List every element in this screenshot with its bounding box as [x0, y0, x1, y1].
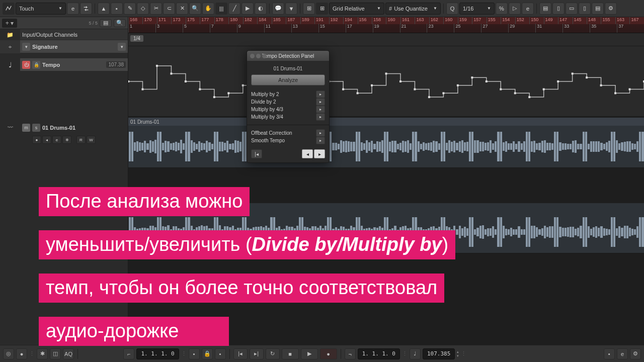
edit2-icon[interactable]: e: [522, 3, 534, 15]
status-aq-button[interactable]: AQ: [63, 348, 74, 359]
w-button[interactable]: W: [87, 136, 96, 144]
record-button[interactable]: ●: [32, 136, 41, 144]
apply-icon[interactable]: ▸: [316, 98, 325, 106]
warp-tool-icon[interactable]: |||: [215, 3, 227, 15]
punch-in-icon[interactable]: ▪: [189, 348, 200, 359]
rewind-button[interactable]: |◂: [233, 348, 248, 359]
status-marker-icon[interactable]: ✱: [37, 348, 48, 359]
rewind-start-button[interactable]: |◂: [251, 149, 262, 158]
quantize-apply-icon[interactable]: Q: [446, 3, 458, 15]
automation-mode-dropdown[interactable]: Touch▼: [16, 3, 66, 15]
edit-icon[interactable]: e: [67, 3, 79, 15]
grid-icon[interactable]: ⊞: [316, 3, 328, 15]
signature-lane[interactable]: 1/4: [128, 33, 644, 46]
quantize-mode-dropdown[interactable]: #Use Quantize▼: [385, 3, 441, 15]
add-track-button[interactable]: + ▾: [2, 19, 17, 28]
zoom-tool-icon[interactable]: 🔍: [189, 3, 201, 15]
hand-tool-icon[interactable]: ✋: [202, 3, 214, 15]
layout5-icon[interactable]: ▤: [592, 3, 604, 15]
panel-op-row[interactable]: Multiply by 4/3▸: [251, 106, 325, 113]
locator-r-icon[interactable]: ¬: [345, 348, 356, 359]
drums-track-row[interactable]: m s 01 Drums-01 ● ◂ e ❄ R W: [20, 122, 128, 147]
panel-op-row[interactable]: Divide by 2▸: [251, 98, 325, 106]
snap-toggle-icon[interactable]: ⊞: [303, 3, 315, 15]
left-locator-display[interactable]: 1. 1. 1. 0: [136, 348, 179, 359]
signature-track-row[interactable]: ▾ Signature ▾: [20, 40, 128, 53]
mute-button[interactable]: m: [22, 124, 30, 132]
minimize-icon[interactable]: [256, 54, 261, 58]
apply-icon[interactable]: ▸: [316, 113, 325, 121]
tempo-note-icon[interactable]: ♩: [410, 348, 421, 359]
audio-clip-1[interactable]: 01 Drums-01: [128, 118, 644, 167]
tempo-track-row[interactable]: ⏻ 🔒 Tempo 107.38: [20, 58, 128, 71]
tempo-lane[interactable]: [128, 46, 644, 117]
folder-icon[interactable]: 📁: [0, 29, 20, 40]
status-r2-icon[interactable]: e: [617, 348, 628, 359]
range-tool-icon[interactable]: ▪: [111, 3, 123, 15]
comment-icon[interactable]: 💬: [272, 3, 284, 15]
power-icon[interactable]: ⏻: [22, 61, 30, 69]
status-r1-icon[interactable]: ▪: [604, 348, 615, 359]
note-icon[interactable]: ♩: [0, 58, 20, 71]
next-button[interactable]: ▸: [314, 149, 325, 158]
position-display[interactable]: 1. 1. 1. 0: [358, 348, 400, 359]
panel-extra-row[interactable]: Smooth Tempo▸: [251, 137, 325, 144]
arrow-tool-icon[interactable]: ▲: [98, 3, 110, 15]
quantize-value-dropdown[interactable]: 1/16▼: [459, 3, 495, 15]
search-tracks-icon[interactable]: 🔍: [114, 19, 126, 27]
line-tool-icon[interactable]: ╱: [228, 3, 240, 15]
record-button[interactable]: ●: [320, 348, 337, 359]
layout1-icon[interactable]: ▤: [539, 3, 551, 15]
layout2-icon[interactable]: ▯: [552, 3, 565, 15]
layout3-icon[interactable]: ▭: [566, 3, 578, 15]
play-tool-icon[interactable]: ▶: [242, 3, 254, 15]
layout4-icon[interactable]: ▯: [579, 3, 591, 15]
locator-l-icon[interactable]: ⌐: [123, 348, 134, 359]
panel-op-row[interactable]: Multiply by 2▸: [251, 90, 325, 98]
erase-tool-icon[interactable]: ◇: [137, 3, 149, 15]
dropdown-small[interactable]: ▼: [285, 3, 297, 15]
stop-button[interactable]: ■: [282, 348, 299, 359]
apply-icon[interactable]: ▸: [316, 90, 325, 98]
ruler[interactable]: 1681701711731751771781801821841851871891…: [128, 17, 644, 33]
scissors-tool-icon[interactable]: ✂: [150, 3, 162, 15]
swap-icon[interactable]: [80, 3, 92, 15]
automation-icon[interactable]: [3, 3, 15, 15]
io-channels-row[interactable]: Input/Output Channels: [20, 29, 128, 40]
panel-extra-row[interactable]: Offbeat Correction▸: [251, 129, 325, 137]
cycle-button[interactable]: ↻: [266, 348, 280, 359]
punch-out-icon[interactable]: ▪: [215, 348, 226, 359]
r-button[interactable]: R: [76, 136, 86, 144]
solo-button[interactable]: s: [32, 124, 40, 132]
monitor-button[interactable]: ◂: [42, 136, 51, 144]
signature-options-icon[interactable]: ▾: [118, 43, 126, 51]
wave-icon[interactable]: 〰: [0, 122, 20, 133]
color-tool-icon[interactable]: ◐: [255, 3, 267, 15]
status-dot-icon[interactable]: ●: [16, 348, 27, 359]
lock-status-icon[interactable]: 🔒: [202, 348, 213, 359]
quantize-settings-icon[interactable]: %: [496, 3, 508, 15]
filter-icon[interactable]: ▤: [100, 19, 112, 27]
maximize-icon[interactable]: [262, 54, 267, 58]
panel-titlebar[interactable]: Tempo Detection Panel: [247, 51, 329, 61]
close-icon[interactable]: [250, 54, 255, 58]
glue-tool-icon[interactable]: ⊂: [163, 3, 175, 15]
apply-icon[interactable]: ▸: [316, 137, 325, 144]
audio-lane-1[interactable]: 01 Drums-01: [128, 118, 644, 168]
divide-icon[interactable]: ÷: [0, 40, 20, 53]
panel-op-row[interactable]: Multiply by 3/4▸: [251, 113, 325, 121]
signature-value[interactable]: 1/4: [130, 35, 143, 42]
freeze-button[interactable]: ❄: [62, 136, 71, 144]
status-settings-icon[interactable]: ⚙: [630, 348, 641, 359]
grid-mode-dropdown[interactable]: Grid Relative▼: [329, 3, 384, 15]
analyze-button[interactable]: Analyze: [251, 74, 325, 85]
lock-icon[interactable]: 🔒: [32, 61, 40, 69]
forward-end-button[interactable]: ▸|: [250, 348, 264, 359]
apply-icon[interactable]: ▸: [316, 129, 325, 137]
status-circle-icon[interactable]: ◎: [3, 348, 14, 359]
mute-tool-icon[interactable]: ✕: [176, 3, 188, 15]
play-button[interactable]: ▶: [301, 348, 318, 359]
prev-button[interactable]: ◂: [302, 149, 313, 158]
settings-icon[interactable]: ⚙: [605, 3, 617, 15]
e-button[interactable]: e: [52, 136, 61, 144]
